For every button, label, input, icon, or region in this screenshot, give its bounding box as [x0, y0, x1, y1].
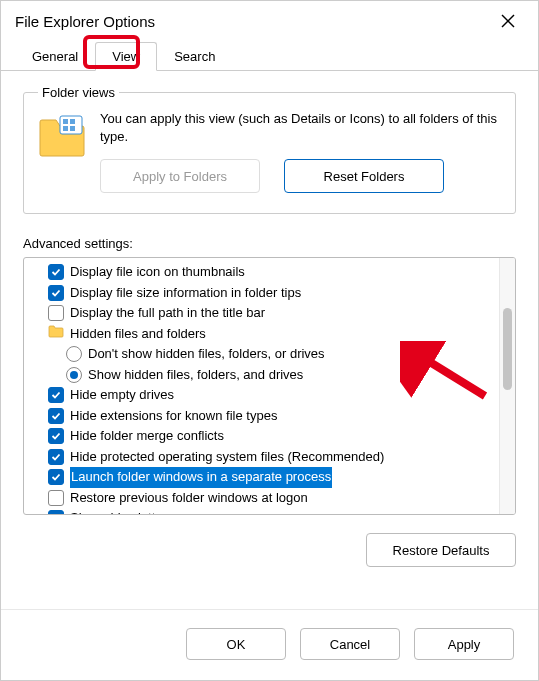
tree-item[interactable]: Hide folder merge conflicts: [30, 426, 497, 447]
tree-item-label: Restore previous folder windows at logon: [70, 488, 308, 509]
ok-button[interactable]: OK: [186, 628, 286, 660]
svg-rect-6: [70, 126, 75, 131]
tree-item[interactable]: Launch folder windows in a separate proc…: [30, 467, 497, 488]
tree-item[interactable]: Restore previous folder windows at logon: [30, 488, 497, 509]
tab-search[interactable]: Search: [157, 42, 232, 70]
checkbox-icon[interactable]: [48, 408, 64, 424]
tree-item[interactable]: Hidden files and folders: [30, 324, 497, 345]
checkbox-icon[interactable]: [48, 449, 64, 465]
checkbox-icon[interactable]: [48, 428, 64, 444]
tree-item-label: Hide protected operating system files (R…: [70, 447, 384, 468]
tree-item-label: Display file icon on thumbnails: [70, 262, 245, 283]
checkbox-icon[interactable]: [48, 510, 64, 514]
apply-to-folders-button: Apply to Folders: [100, 159, 260, 193]
checkbox-icon[interactable]: [48, 387, 64, 403]
folder-views-text: You can apply this view (such as Details…: [100, 110, 501, 145]
checkbox-icon[interactable]: [48, 305, 64, 321]
tab-view[interactable]: View: [95, 42, 157, 71]
tree-item-label: Display file size information in folder …: [70, 283, 301, 304]
dialog-window: File Explorer Options General View Searc…: [0, 0, 539, 681]
titlebar: File Explorer Options: [1, 1, 538, 41]
tree-item[interactable]: Hide extensions for known file types: [30, 406, 497, 427]
svg-rect-5: [63, 126, 68, 131]
tab-content: Folder views You can apply this view (su…: [1, 71, 538, 593]
reset-folders-button[interactable]: Reset Folders: [284, 159, 444, 193]
folder-options-icon: [38, 114, 86, 158]
tree-item-label: Hidden files and folders: [70, 324, 206, 345]
apply-button[interactable]: Apply: [414, 628, 514, 660]
tree-item-label: Show drive letters: [70, 508, 173, 514]
folder-views-legend: Folder views: [38, 85, 119, 100]
radio-icon[interactable]: [66, 367, 82, 383]
checkbox-icon[interactable]: [48, 285, 64, 301]
tree-item-label: Don't show hidden files, folders, or dri…: [88, 344, 325, 365]
dialog-footer: OK Cancel Apply: [1, 609, 538, 680]
folder-icon: [48, 324, 64, 345]
vertical-scrollbar[interactable]: [499, 258, 515, 514]
checkbox-icon[interactable]: [48, 264, 64, 280]
tree-item[interactable]: Hide empty drives: [30, 385, 497, 406]
advanced-settings-label: Advanced settings:: [23, 236, 516, 251]
scrollbar-thumb[interactable]: [503, 308, 512, 390]
svg-rect-2: [60, 116, 82, 134]
window-title: File Explorer Options: [15, 13, 155, 30]
tree-item-label: Show hidden files, folders, and drives: [88, 365, 303, 386]
tree-item[interactable]: Display the full path in the title bar: [30, 303, 497, 324]
tab-general[interactable]: General: [15, 42, 95, 70]
tree-item[interactable]: Don't show hidden files, folders, or dri…: [30, 344, 497, 365]
restore-defaults-row: Restore Defaults: [23, 533, 516, 567]
checkbox-icon[interactable]: [48, 469, 64, 485]
close-icon: [501, 14, 515, 28]
tree-item-label: Hide extensions for known file types: [70, 406, 277, 427]
folder-views-group: Folder views You can apply this view (su…: [23, 85, 516, 214]
svg-rect-3: [63, 119, 68, 124]
tree-item-label: Hide empty drives: [70, 385, 174, 406]
tree-item-label: Launch folder windows in a separate proc…: [70, 467, 332, 488]
tree-item-label: Display the full path in the title bar: [70, 303, 265, 324]
tree-item[interactable]: Show drive letters: [30, 508, 497, 514]
tab-strip: General View Search: [1, 41, 538, 71]
checkbox-icon[interactable]: [48, 490, 64, 506]
close-button[interactable]: [488, 6, 528, 36]
tree-item[interactable]: Show hidden files, folders, and drives: [30, 365, 497, 386]
radio-icon[interactable]: [66, 346, 82, 362]
tree-item-label: Hide folder merge conflicts: [70, 426, 224, 447]
advanced-settings-list: Display file icon on thumbnailsDisplay f…: [23, 257, 516, 515]
tree-item[interactable]: Display file size information in folder …: [30, 283, 497, 304]
settings-tree[interactable]: Display file icon on thumbnailsDisplay f…: [24, 258, 499, 514]
tree-item[interactable]: Hide protected operating system files (R…: [30, 447, 497, 468]
restore-defaults-button[interactable]: Restore Defaults: [366, 533, 516, 567]
cancel-button[interactable]: Cancel: [300, 628, 400, 660]
svg-rect-4: [70, 119, 75, 124]
tree-item[interactable]: Display file icon on thumbnails: [30, 262, 497, 283]
